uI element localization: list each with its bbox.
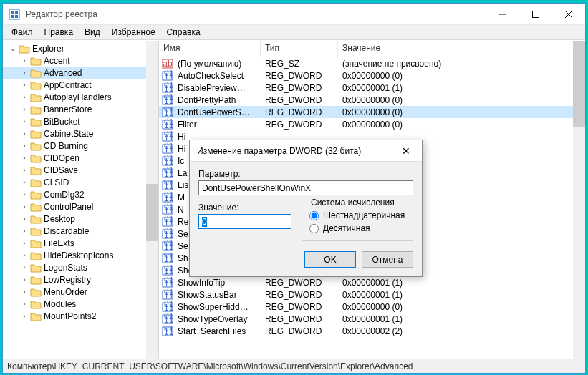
menu-view[interactable]: Вид bbox=[79, 26, 106, 39]
maximize-button[interactable] bbox=[519, 4, 552, 25]
list-row[interactable]: 011110DisablePreview…REG_DWORD0x00000001… bbox=[159, 82, 585, 94]
tree-item[interactable]: ›Modules bbox=[3, 298, 158, 310]
svg-rect-3 bbox=[11, 15, 14, 18]
menu-edit[interactable]: Правка bbox=[39, 26, 79, 39]
list-row[interactable]: 011110DontPrettyPathREG_DWORD0x00000000 … bbox=[159, 94, 585, 106]
chevron-right-icon[interactable]: › bbox=[20, 117, 29, 125]
chevron-right-icon[interactable]: › bbox=[20, 154, 29, 162]
chevron-right-icon[interactable]: › bbox=[20, 276, 29, 283]
tree-item[interactable]: ›Discardable bbox=[3, 225, 158, 237]
chevron-right-icon[interactable]: › bbox=[20, 190, 29, 198]
tree-item[interactable]: ›CIDOpen bbox=[3, 152, 158, 164]
list-row[interactable]: 011110ShowTypeOverlayREG_DWORD0x00000001… bbox=[159, 313, 585, 325]
tree-label: Desktop bbox=[44, 214, 75, 224]
folder-icon bbox=[30, 311, 42, 321]
col-header-name[interactable]: Имя bbox=[159, 41, 261, 57]
tree-label: MenuOrder bbox=[44, 287, 87, 297]
chevron-right-icon[interactable]: › bbox=[20, 312, 29, 320]
col-header-value[interactable]: Значение bbox=[338, 41, 585, 57]
statusbar: Компьютер\HKEY_CURRENT_USER\SOFTWARE\Mic… bbox=[3, 359, 585, 373]
tree-item[interactable]: ›AutoplayHandlers bbox=[3, 91, 158, 103]
scrollbar-thumb[interactable] bbox=[146, 184, 158, 241]
tree-item[interactable]: ›HideDesktopIcons bbox=[3, 249, 158, 261]
param-input[interactable] bbox=[198, 180, 413, 195]
tree-item[interactable]: ›AppContract bbox=[3, 79, 158, 91]
chevron-right-icon[interactable]: › bbox=[20, 263, 29, 271]
menu-favorites[interactable]: Избранное bbox=[106, 26, 161, 39]
tree-item[interactable]: ›CIDSave bbox=[3, 164, 158, 176]
chevron-right-icon[interactable]: › bbox=[20, 178, 29, 186]
tree-item[interactable]: ›ControlPanel bbox=[3, 200, 158, 213]
chevron-right-icon[interactable]: › bbox=[20, 227, 29, 235]
svg-rect-4 bbox=[15, 15, 18, 18]
menu-file[interactable]: Файл bbox=[6, 26, 39, 39]
tree-scrollbar[interactable] bbox=[146, 41, 158, 359]
scrollbar-thumb[interactable] bbox=[573, 41, 585, 127]
tree-root[interactable]: ⌄ Explorer bbox=[3, 42, 158, 54]
tree-item[interactable]: ›MountPoints2 bbox=[3, 310, 158, 322]
col-header-type[interactable]: Тип bbox=[261, 41, 338, 57]
tree-pane[interactable]: ⌄ Explorer ›Accent›Advanced›AppContract›… bbox=[3, 41, 159, 359]
close-button[interactable] bbox=[552, 4, 585, 25]
radix-dec-row[interactable]: Десятичная bbox=[309, 223, 405, 233]
dialog-close-button[interactable]: ✕ bbox=[397, 145, 415, 157]
radix-dec-radio[interactable] bbox=[309, 224, 319, 233]
chevron-right-icon[interactable]: › bbox=[20, 93, 29, 101]
tree-item[interactable]: ›BitBucket bbox=[3, 115, 158, 127]
chevron-right-icon[interactable]: › bbox=[20, 142, 29, 150]
chevron-right-icon[interactable]: › bbox=[20, 166, 29, 174]
list-row[interactable]: 011110Start_SearchFilesREG_DWORD0x000000… bbox=[159, 325, 585, 337]
tree-item[interactable]: ›CabinetState bbox=[3, 127, 158, 140]
tree-item[interactable]: ›ComDlg32 bbox=[3, 188, 158, 200]
list-row[interactable]: 011110ShowInfoTipREG_DWORD0x00000001 (1) bbox=[159, 276, 585, 288]
tree-item[interactable]: ›CLSID bbox=[3, 176, 158, 188]
svg-text:110: 110 bbox=[164, 278, 173, 288]
tree-item[interactable]: ›Accent bbox=[3, 54, 158, 67]
tree-item[interactable]: ›BannerStore bbox=[3, 103, 158, 115]
list-row[interactable]: 011110ShowSuperHidd…REG_DWORD0x00000000 … bbox=[159, 301, 585, 313]
chevron-right-icon[interactable]: › bbox=[20, 300, 29, 308]
tree-item[interactable]: ›Desktop bbox=[3, 213, 158, 225]
list-scrollbar[interactable] bbox=[573, 41, 585, 359]
chevron-right-icon[interactable]: › bbox=[20, 251, 29, 259]
reg-dword-icon: 011110 bbox=[162, 240, 173, 252]
reg-dword-icon: 011110 bbox=[162, 313, 173, 325]
tree-item[interactable]: ›LowRegistry bbox=[3, 273, 158, 286]
tree-item[interactable]: ›LogonStats bbox=[3, 261, 158, 273]
titlebar[interactable]: Редактор реестра bbox=[3, 4, 585, 25]
tree-item[interactable]: ›FileExts bbox=[3, 237, 158, 249]
dialog-title: Изменение параметра DWORD (32 бита) bbox=[197, 146, 397, 156]
chevron-right-icon[interactable]: › bbox=[20, 69, 29, 77]
menu-help[interactable]: Справка bbox=[161, 26, 206, 39]
folder-icon bbox=[30, 287, 42, 297]
chevron-right-icon[interactable]: › bbox=[20, 239, 29, 247]
radix-hex-row[interactable]: Шестнадцатеричная bbox=[309, 210, 405, 220]
chevron-right-icon[interactable]: › bbox=[20, 203, 29, 210]
tree-item[interactable]: ›Advanced bbox=[3, 67, 158, 79]
folder-icon bbox=[30, 190, 42, 200]
list-row[interactable]: 011110FilterREG_DWORD0x00000000 (0) bbox=[159, 118, 585, 130]
list-row[interactable]: 011110DontUsePowerS…REG_DWORD0x00000000 … bbox=[159, 106, 585, 118]
list-row[interactable]: 011110ShowStatusBarREG_DWORD0x00000001 (… bbox=[159, 288, 585, 301]
value-input[interactable] bbox=[198, 214, 291, 229]
cell-type: REG_DWORD bbox=[261, 95, 338, 105]
dialog-titlebar[interactable]: Изменение параметра DWORD (32 бита) ✕ bbox=[190, 140, 422, 162]
svg-text:110: 110 bbox=[164, 72, 173, 82]
minimize-button[interactable] bbox=[486, 4, 519, 25]
chevron-right-icon[interactable]: › bbox=[20, 288, 29, 296]
cancel-button[interactable]: Отмена bbox=[362, 251, 413, 268]
list-row[interactable]: 011110AutoCheckSelectREG_DWORD0x00000000… bbox=[159, 69, 585, 82]
chevron-right-icon[interactable]: › bbox=[20, 57, 29, 64]
list-row[interactable]: ab(По умолчанию)REG_SZ(значение не присв… bbox=[159, 57, 585, 69]
svg-text:110: 110 bbox=[164, 205, 173, 215]
chevron-right-icon[interactable]: › bbox=[20, 105, 29, 113]
chevron-right-icon[interactable]: › bbox=[20, 215, 29, 223]
chevron-right-icon[interactable]: › bbox=[20, 81, 29, 89]
chevron-right-icon[interactable]: › bbox=[20, 130, 29, 137]
tree-item[interactable]: ›MenuOrder bbox=[3, 286, 158, 298]
svg-text:110: 110 bbox=[164, 181, 173, 191]
tree-item[interactable]: ›CD Burning bbox=[3, 140, 158, 152]
radix-hex-radio[interactable] bbox=[309, 211, 319, 220]
ok-button[interactable]: OK bbox=[304, 251, 356, 268]
chevron-down-icon[interactable]: ⌄ bbox=[9, 44, 17, 52]
